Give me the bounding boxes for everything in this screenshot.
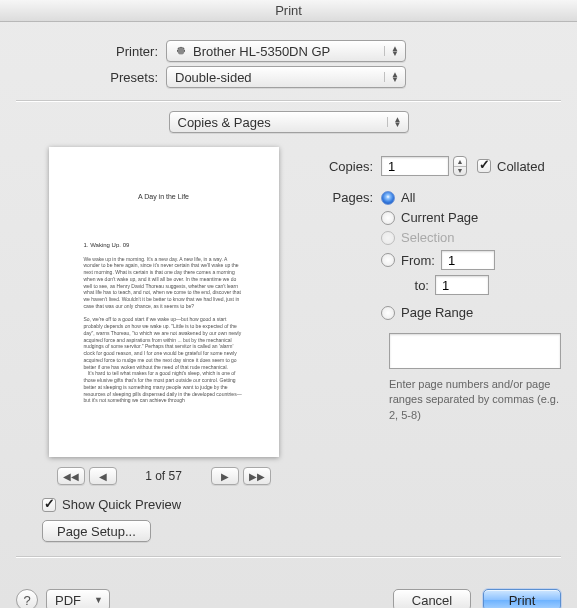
printer-select[interactable]: Brother HL-5350DN GP ▲▼: [166, 40, 406, 62]
stepper-up-icon: ▲: [454, 157, 466, 167]
page-preview: A Day in the Life 1. Waking Up. 09 We wa…: [49, 147, 279, 457]
pages-to-label: to:: [395, 278, 435, 293]
page-counter: 1 of 57: [135, 469, 193, 483]
pages-to-input[interactable]: [435, 275, 489, 295]
presets-select[interactable]: Double-sided ▲▼: [166, 66, 406, 88]
print-button[interactable]: Print: [483, 589, 561, 608]
updown-icon: ▲▼: [387, 117, 402, 127]
preview-body: We wake up in the morning. It's a new da…: [84, 256, 244, 405]
collated-checkbox[interactable]: [477, 159, 491, 173]
printer-label: Printer:: [16, 44, 166, 59]
chevron-down-icon: ▼: [94, 595, 103, 605]
show-quick-preview-checkbox[interactable]: [42, 498, 56, 512]
section-value: Copies & Pages: [178, 115, 271, 130]
printer-status-icon: [175, 46, 187, 56]
pages-all-radio[interactable]: [381, 191, 395, 205]
pages-from-radio[interactable]: [381, 253, 395, 267]
printer-value: Brother HL-5350DN GP: [193, 44, 330, 59]
pages-from-label: From:: [401, 253, 441, 268]
pages-selection-label: Selection: [401, 230, 454, 245]
prev-page-button[interactable]: ◀: [89, 467, 117, 485]
window-title: Print: [0, 0, 577, 22]
copies-stepper[interactable]: ▲▼: [453, 156, 467, 176]
preview-doc-title: A Day in the Life: [84, 192, 244, 201]
first-page-button[interactable]: ◀◀: [57, 467, 85, 485]
presets-value: Double-sided: [175, 70, 252, 85]
page-setup-button[interactable]: Page Setup...: [42, 520, 151, 542]
updown-icon: ▲▼: [384, 46, 399, 56]
last-page-button[interactable]: ▶▶: [243, 467, 271, 485]
next-page-button[interactable]: ▶: [211, 467, 239, 485]
pages-label: Pages:: [321, 190, 381, 205]
pdf-menu[interactable]: PDF ▼: [46, 589, 110, 608]
page-range-label: Page Range: [401, 305, 473, 320]
page-range-input[interactable]: [389, 333, 561, 369]
pages-selection-radio: [381, 231, 395, 245]
updown-icon: ▲▼: [384, 72, 399, 82]
help-button[interactable]: ?: [16, 589, 38, 608]
presets-label: Presets:: [16, 70, 166, 85]
pdf-label: PDF: [55, 593, 81, 608]
copies-label: Copies:: [321, 159, 381, 174]
preview-section: 1. Waking Up. 09: [84, 241, 244, 249]
pages-current-radio[interactable]: [381, 211, 395, 225]
show-quick-preview-label: Show Quick Preview: [62, 497, 181, 512]
section-select[interactable]: Copies & Pages ▲▼: [169, 111, 409, 133]
pages-all-label: All: [401, 190, 415, 205]
page-range-radio[interactable]: [381, 306, 395, 320]
collated-label: Collated: [497, 159, 545, 174]
pages-from-input[interactable]: [441, 250, 495, 270]
stepper-down-icon: ▼: [454, 167, 466, 176]
cancel-button[interactable]: Cancel: [393, 589, 471, 608]
copies-input[interactable]: [381, 156, 449, 176]
pages-current-label: Current Page: [401, 210, 478, 225]
page-range-hint: Enter page numbers and/or page ranges se…: [389, 377, 561, 423]
